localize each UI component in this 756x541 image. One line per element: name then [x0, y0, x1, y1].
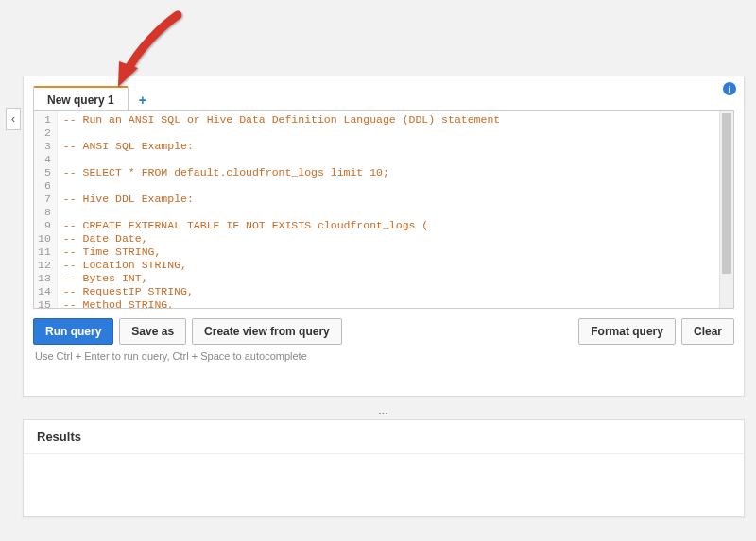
results-panel: Results — [23, 419, 745, 517]
run-query-button[interactable]: Run query — [33, 318, 113, 345]
code-line[interactable]: -- CREATE EXTERNAL TABLE IF NOT EXISTS c… — [63, 219, 728, 232]
line-number: 10 — [38, 232, 51, 245]
line-number-gutter: 1234567891011121314151617181920 — [34, 111, 58, 308]
chevron-left-icon: ‹ — [11, 112, 15, 126]
code-line[interactable]: -- RequestIP STRING, — [63, 285, 728, 298]
format-query-button[interactable]: Format query — [578, 318, 676, 345]
line-number: 2 — [38, 127, 51, 140]
code-line[interactable]: -- SELECT * FROM default.cloudfront_logs… — [63, 166, 728, 179]
code-line[interactable]: -- Hive DDL Example: — [63, 193, 728, 206]
line-number: 6 — [38, 179, 51, 193]
results-title: Results — [24, 420, 744, 454]
line-number: 11 — [38, 245, 51, 259]
line-number: 13 — [38, 272, 51, 285]
line-number: 14 — [38, 285, 51, 298]
code-line[interactable]: -- Time STRING, — [63, 245, 728, 259]
code-line[interactable] — [63, 206, 728, 219]
add-tab-button[interactable]: + — [130, 88, 155, 112]
line-number: 3 — [38, 140, 51, 153]
keyboard-hint: Use Ctrl + Enter to run query, Ctrl + Sp… — [33, 348, 734, 362]
line-number: 12 — [38, 259, 51, 272]
line-number: 4 — [38, 153, 51, 166]
code-line[interactable]: -- ANSI SQL Example: — [63, 140, 728, 153]
create-view-button[interactable]: Create view from query — [192, 318, 342, 345]
line-number: 15 — [38, 298, 51, 309]
panel-resize-handle[interactable]: ••• — [23, 406, 745, 417]
line-number: 5 — [38, 166, 51, 179]
scrollbar-thumb[interactable] — [722, 113, 731, 274]
tab-query-1[interactable]: New query 1 — [33, 86, 129, 112]
code-line[interactable] — [63, 127, 728, 140]
code-line[interactable]: -- Date Date, — [63, 232, 728, 245]
editor-scrollbar[interactable] — [719, 111, 733, 308]
code-line[interactable] — [63, 153, 728, 166]
code-line[interactable]: -- Run an ANSI SQL or Hive Data Definiti… — [63, 113, 728, 127]
code-line[interactable] — [63, 179, 728, 193]
line-number: 1 — [38, 113, 51, 127]
clear-button[interactable]: Clear — [681, 318, 734, 345]
code-line[interactable]: -- Location STRING, — [63, 259, 728, 272]
code-content[interactable]: -- Run an ANSI SQL or Hive Data Definiti… — [58, 111, 733, 308]
sql-editor[interactable]: 1234567891011121314151617181920 -- Run a… — [33, 110, 734, 309]
query-tabs: New query 1 + — [33, 86, 734, 112]
line-number: 9 — [38, 219, 51, 232]
query-editor-panel: i New query 1 + 123456789101112131415161… — [23, 76, 745, 397]
line-number: 8 — [38, 206, 51, 219]
sidebar-collapse-toggle[interactable]: ‹ — [6, 108, 21, 130]
grip-icon: ••• — [373, 410, 394, 414]
save-as-button[interactable]: Save as — [119, 318, 186, 345]
code-line[interactable]: -- Bytes INT, — [63, 272, 728, 285]
code-line[interactable]: -- Method STRING, — [63, 298, 728, 308]
line-number: 7 — [38, 193, 51, 206]
editor-toolbar: Run query Save as Create view from query… — [33, 309, 734, 348]
